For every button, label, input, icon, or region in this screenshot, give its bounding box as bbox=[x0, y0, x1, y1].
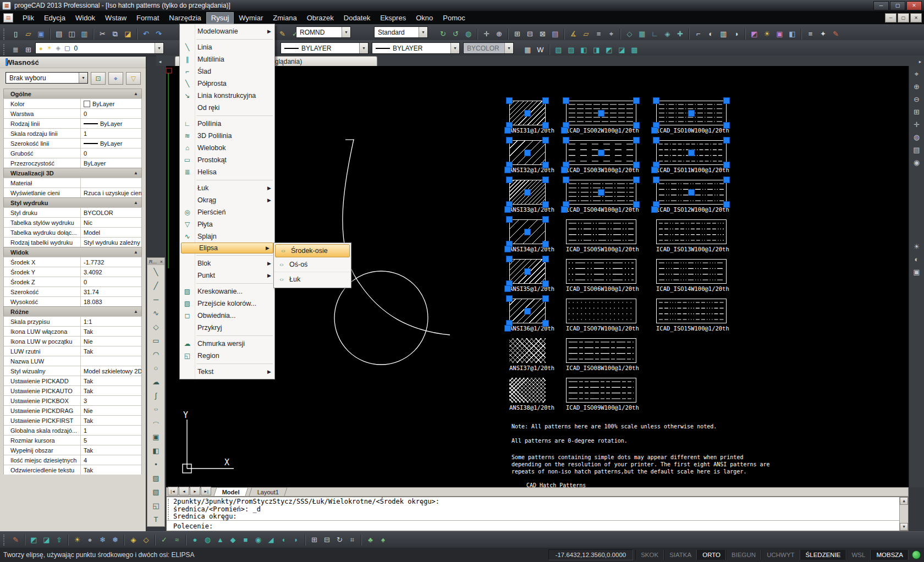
zoom-out-icon[interactable]: ⊖ bbox=[910, 93, 923, 106]
layer-explorer-button[interactable]: ⊞ bbox=[22, 43, 35, 56]
property-value[interactable]: ByLayer bbox=[81, 99, 141, 108]
tab-layout1[interactable]: Layout1 bbox=[249, 487, 287, 496]
linetype-combo[interactable]: BYLAYER▼ bbox=[280, 42, 369, 54]
menu-wstaw[interactable]: Wstaw bbox=[100, 12, 131, 24]
menu-item-okrąg[interactable]: Okrąg▶ bbox=[180, 194, 274, 206]
spline-icon[interactable]: ∫ bbox=[147, 389, 164, 403]
tab-nav-button[interactable]: ►| bbox=[201, 487, 211, 495]
property-value[interactable] bbox=[81, 178, 141, 188]
property-value[interactable]: 1 bbox=[81, 129, 141, 138]
snap-button[interactable]: ◇ bbox=[623, 27, 636, 40]
shade-button[interactable]: ◧ bbox=[786, 27, 799, 40]
selection-grip[interactable] bbox=[633, 177, 640, 183]
menu-item-łuk[interactable]: Łuk▶ bbox=[180, 182, 274, 194]
tab-nav-button[interactable]: |◄ bbox=[168, 487, 178, 495]
property-value[interactable]: 4 bbox=[81, 455, 141, 465]
property-value[interactable]: 3 bbox=[81, 396, 141, 405]
text-icon[interactable]: T bbox=[147, 513, 164, 526]
print-button[interactable]: ▤ bbox=[53, 27, 65, 40]
zoom-previous-button[interactable]: ⊟ bbox=[524, 27, 536, 40]
zoom-extents-button[interactable]: ⊠ bbox=[536, 27, 549, 40]
materials-button[interactable]: ▣ bbox=[773, 27, 786, 40]
lights-button[interactable]: ☀ bbox=[761, 27, 773, 40]
selection-grip[interactable] bbox=[506, 177, 513, 183]
console-drag-handle[interactable] bbox=[168, 499, 170, 521]
selection-grip[interactable] bbox=[723, 137, 730, 144]
tree-button[interactable]: ♣ bbox=[364, 533, 377, 546]
palette-close-icon[interactable]: × bbox=[160, 259, 163, 265]
toggle-orto[interactable]: ORTO bbox=[697, 550, 726, 560]
cone-button[interactable]: ▲ bbox=[214, 533, 227, 546]
property-value[interactable]: ByLayer bbox=[81, 139, 141, 148]
property-value[interactable]: ByLayer bbox=[81, 158, 141, 168]
toggle-biegun[interactable]: BIEGUN bbox=[726, 550, 761, 560]
layer-freeze-button[interactable]: ❄ bbox=[96, 533, 109, 546]
grid-button[interactable]: ▦ bbox=[636, 27, 648, 40]
property-value[interactable]: Nie bbox=[81, 406, 141, 415]
edit-hatch-button[interactable]: ✎ bbox=[9, 533, 22, 546]
property-value[interactable]: Tak bbox=[81, 445, 141, 455]
selection-grip[interactable] bbox=[504, 167, 511, 173]
paste-button[interactable]: ◪ bbox=[122, 27, 134, 40]
selection-grip[interactable] bbox=[504, 206, 511, 213]
selection-grip[interactable] bbox=[651, 206, 658, 213]
property-value[interactable]: Model bbox=[81, 228, 141, 237]
zoom-window-icon[interactable]: ⊞ bbox=[910, 106, 923, 118]
toolbar-drag-handle[interactable] bbox=[3, 44, 7, 55]
previous-ucs-button[interactable]: ◑ bbox=[730, 27, 743, 40]
toolbox-button[interactable]: ✎ bbox=[829, 27, 842, 40]
selection-grip[interactable] bbox=[723, 177, 730, 183]
submenu-item-oś-oś[interactable]: ○Oś-oś bbox=[274, 257, 351, 272]
chevron-down-icon[interactable]: ▼ bbox=[79, 73, 87, 83]
region-icon[interactable]: ◱ bbox=[147, 499, 164, 513]
torus-button[interactable]: ◍ bbox=[201, 533, 214, 546]
pan-icon[interactable]: ✛ bbox=[910, 118, 923, 131]
save-button[interactable]: ▣ bbox=[35, 27, 47, 40]
selection-grip[interactable] bbox=[542, 216, 549, 223]
menu-plik[interactable]: Plik bbox=[18, 12, 39, 24]
selection-grip[interactable] bbox=[542, 97, 549, 104]
cylinder-button[interactable]: ◉ bbox=[252, 533, 265, 546]
selection-grip[interactable] bbox=[633, 201, 640, 208]
menu-item-pierścień[interactable]: ◎Pierścień bbox=[180, 206, 274, 218]
toggle-mobsza[interactable]: MOBSZA bbox=[871, 550, 909, 560]
toggle-uchwyt[interactable]: UCHWYT bbox=[761, 550, 800, 560]
menu-okno[interactable]: Okno bbox=[411, 12, 438, 24]
layer-properties-button[interactable]: ≣ bbox=[9, 43, 22, 56]
zoom-realtime-button[interactable]: ⊕ bbox=[493, 27, 505, 40]
menu-item-płyta[interactable]: ▽Płyta bbox=[180, 218, 274, 230]
mdi-close-button[interactable]: ✕ bbox=[910, 13, 922, 23]
section-header-og-lne[interactable]: Ogólne▲ bbox=[3, 89, 142, 98]
gradient-icon[interactable]: ▧ bbox=[147, 485, 164, 499]
property-value[interactable]: Tak bbox=[81, 465, 141, 475]
section-header-widok[interactable]: Widok▲ bbox=[3, 247, 142, 257]
selection-combo[interactable]: Brak wyboru▼ bbox=[6, 72, 88, 84]
open-button[interactable]: ▱ bbox=[22, 27, 35, 40]
select-objects-button[interactable]: ⊡ bbox=[91, 72, 106, 85]
property-value[interactable]: Tak bbox=[81, 386, 141, 395]
esnap-button[interactable]: ◈ bbox=[661, 27, 674, 40]
ucs-button[interactable]: ⌐ bbox=[692, 27, 705, 40]
menu-ekspres[interactable]: Ekspres bbox=[375, 12, 411, 24]
property-value[interactable]: 1:1 bbox=[81, 317, 141, 326]
plot-button[interactable]: ▥ bbox=[78, 27, 91, 40]
menu-item-chmurka-wersji[interactable]: ☁Chmurka wersji bbox=[180, 338, 274, 350]
selection-grip[interactable] bbox=[723, 122, 730, 129]
console-scrollbar[interactable]: ▲ ▼ bbox=[899, 497, 908, 531]
menu-item-obwiednia-[interactable]: ◻Obwiednia... bbox=[180, 310, 274, 322]
selection-grip[interactable] bbox=[651, 167, 658, 173]
property-value[interactable]: Nic bbox=[81, 218, 141, 227]
properties-palette-button[interactable]: ≡ bbox=[804, 27, 817, 40]
tab-scroll-left-icon[interactable]: ◂ bbox=[156, 57, 164, 66]
toggle-wsl[interactable]: WSL bbox=[846, 550, 871, 560]
shadow-icon[interactable]: ◐ bbox=[910, 253, 923, 266]
layer-on-button[interactable]: ☀ bbox=[71, 533, 84, 546]
selection-grip[interactable] bbox=[563, 177, 569, 183]
tab-scroll-right-icon[interactable]: ▸ bbox=[916, 57, 924, 66]
insert-block-icon[interactable]: ▣ bbox=[147, 430, 164, 444]
menu-item-blok[interactable]: Blok▶ bbox=[180, 257, 274, 269]
polygon-icon[interactable]: ◇ bbox=[147, 320, 164, 334]
tab-nav-button[interactable]: ► bbox=[190, 487, 200, 495]
redo-button[interactable]: ↷ bbox=[152, 27, 165, 40]
3d-array-button[interactable]: ⊞ bbox=[308, 533, 321, 546]
